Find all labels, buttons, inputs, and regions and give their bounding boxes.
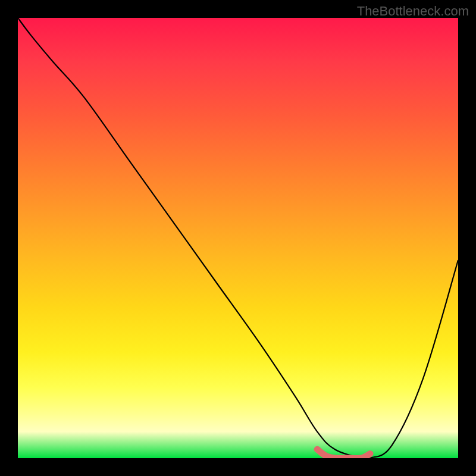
bottleneck-curve — [18, 18, 458, 458]
curve-svg — [18, 18, 458, 458]
chart-area — [18, 18, 458, 458]
attribution-label: TheBottleneck.com — [357, 4, 469, 19]
